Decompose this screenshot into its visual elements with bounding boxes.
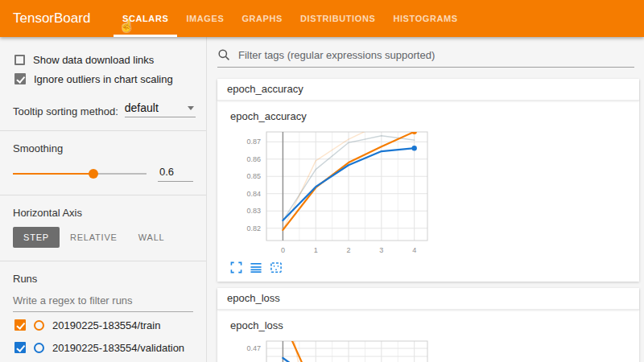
tab-images[interactable]: IMAGES — [177, 0, 233, 37]
slider-fill — [13, 173, 93, 175]
tag-group-body: epoch_accuracy 0.820.830.840.850.860.870… — [217, 101, 639, 282]
svg-text:0.85: 0.85 — [246, 172, 261, 180]
epoch-loss-chart[interactable]: 0.470.4501234 — [230, 335, 431, 362]
axis-wall-button[interactable]: WALL — [128, 227, 175, 248]
log-scale-icon[interactable] — [250, 261, 262, 274]
divider — [0, 261, 206, 261]
slider-track[interactable] — [13, 173, 147, 175]
epoch-accuracy-chart[interactable]: 0.820.830.840.850.860.8701234 — [230, 125, 431, 257]
svg-text:3: 3 — [379, 246, 383, 254]
checkbox-label: Show data download links — [33, 54, 154, 66]
tag-group-epoch-loss: epoch_loss epoch_loss 0.470.4501234 — [217, 288, 639, 362]
tag-group-epoch-accuracy: epoch_accuracy epoch_accuracy 0.820.830.… — [217, 79, 639, 282]
runs-filter-input[interactable]: Write a regex to filter runs — [13, 294, 193, 312]
main-content: Filter tags (regular expressions support… — [208, 37, 644, 362]
mouse-cursor-icon: ☝ — [119, 19, 134, 33]
tag-group-header[interactable]: epoch_accuracy — [217, 79, 639, 101]
checkbox-label: Ignore outliers in chart scaling — [34, 73, 173, 85]
runs-title: Runs — [13, 273, 206, 285]
horizontal-axis-label: Horizontal Axis — [13, 207, 206, 219]
run-label: 20190225-183554/validation — [52, 342, 184, 354]
tab-histograms[interactable]: HISTOGRAMS — [384, 0, 466, 37]
axis-step-button[interactable]: STEP — [13, 227, 60, 248]
chart-actions — [230, 261, 639, 274]
app-title: TensorBoard — [0, 0, 101, 37]
smoothing-value-input[interactable]: 0.6 — [158, 166, 193, 182]
tag-group-header[interactable]: epoch_loss — [217, 288, 639, 310]
ignore-outliers-row[interactable]: Ignore outliers in chart scaling — [0, 69, 206, 88]
tooltip-sort-select[interactable]: default — [125, 101, 196, 117]
tooltip-sort-label: Tooltip sorting method: — [13, 105, 118, 117]
show-download-links-checkbox[interactable] — [14, 55, 25, 65]
chevron-down-icon — [188, 106, 194, 110]
svg-text:0.84: 0.84 — [246, 190, 261, 198]
run-row-validation[interactable]: 20190225-183554/validation — [14, 338, 206, 357]
slider-knob[interactable] — [89, 169, 98, 179]
run-color-radio[interactable] — [34, 343, 44, 353]
smoothing-label: Smoothing — [13, 142, 206, 154]
svg-text:0.86: 0.86 — [246, 155, 261, 163]
scalar-chart-card: epoch_accuracy 0.820.830.840.850.860.870… — [230, 110, 639, 274]
sidebar: Show data download links Ignore outliers… — [0, 37, 207, 362]
ignore-outliers-checkbox[interactable] — [14, 73, 26, 84]
chart-title: epoch_loss — [230, 319, 639, 331]
search-icon — [217, 48, 230, 61]
smoothing-slider[interactable] — [13, 168, 147, 179]
chart-title: epoch_accuracy — [230, 110, 639, 122]
tab-distributions[interactable]: DISTRIBUTIONS — [291, 0, 384, 37]
run-checkbox[interactable] — [14, 319, 26, 331]
svg-text:0.87: 0.87 — [246, 138, 261, 146]
svg-text:0.47: 0.47 — [246, 344, 261, 352]
show-download-links-row[interactable]: Show data download links — [0, 50, 206, 69]
app-header: TensorBoard SCALARS IMAGES GRAPHS DISTRI… — [0, 0, 644, 37]
scalar-chart-card: epoch_loss 0.470.4501234 — [230, 319, 639, 362]
svg-text:4: 4 — [412, 246, 416, 254]
axis-relative-button[interactable]: RELATIVE — [60, 227, 128, 248]
run-row-train[interactable]: 20190225-183554/train — [14, 315, 206, 335]
tag-group-body: epoch_loss 0.470.4501234 — [217, 310, 639, 362]
tag-filter-placeholder: Filter tags (regular expressions support… — [238, 49, 435, 61]
run-checkbox[interactable] — [14, 342, 26, 353]
svg-text:0.82: 0.82 — [246, 224, 261, 232]
fit-domain-icon[interactable] — [270, 261, 283, 274]
run-color-radio[interactable] — [34, 320, 44, 331]
svg-text:0.83: 0.83 — [246, 207, 261, 215]
svg-text:1: 1 — [314, 246, 318, 254]
divider — [0, 195, 206, 195]
tag-filter-input[interactable]: Filter tags (regular expressions support… — [217, 48, 634, 68]
tooltip-sort-value: default — [125, 101, 159, 114]
divider — [0, 130, 206, 131]
tab-graphs[interactable]: GRAPHS — [233, 0, 291, 37]
horizontal-axis-toggle: STEP RELATIVE WALL — [13, 227, 206, 248]
expand-icon[interactable] — [230, 261, 242, 274]
svg-text:0: 0 — [281, 246, 285, 254]
tensorboard-app: TensorBoard SCALARS IMAGES GRAPHS DISTRI… — [0, 0, 644, 362]
tab-bar: SCALARS IMAGES GRAPHS DISTRIBUTIONS HIST… — [114, 0, 467, 37]
svg-text:2: 2 — [347, 246, 351, 254]
run-label: 20190225-183554/train — [52, 319, 160, 331]
